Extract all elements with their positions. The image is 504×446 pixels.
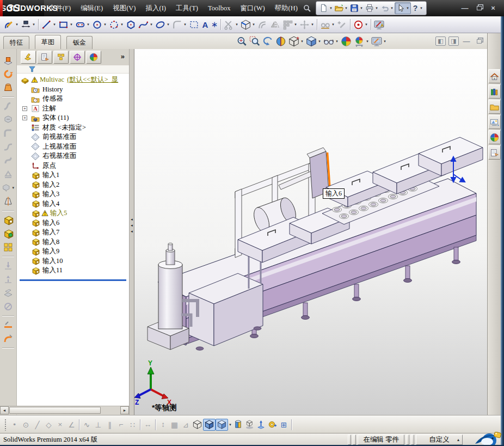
imported-surface-button[interactable] xyxy=(1,227,15,240)
expand-toggle[interactable]: + xyxy=(22,106,27,111)
chamfer-button[interactable]: ▾ xyxy=(1,181,15,194)
concentric-filter-button[interactable]: ⊙ xyxy=(20,419,32,431)
swept-boss-button[interactable] xyxy=(1,99,15,113)
dropdown-arrow-icon[interactable]: ▾ xyxy=(335,39,339,44)
dropdown-arrow-icon[interactable]: ▾ xyxy=(374,5,379,11)
dropdown-arrow-icon[interactable]: ▾ xyxy=(166,22,170,27)
zoom-to-area-button[interactable] xyxy=(248,35,261,48)
configurationmanager-tab[interactable] xyxy=(53,51,69,64)
edit-appearance-button[interactable] xyxy=(340,35,353,48)
swept-cut-button[interactable] xyxy=(1,140,15,154)
menu-edit[interactable]: 编辑(E) xyxy=(76,0,108,16)
rectangle-tool-button[interactable]: ▾ xyxy=(57,17,74,32)
sketch-button[interactable]: ▾ xyxy=(3,17,20,32)
save-button[interactable]: ▾ xyxy=(349,2,364,14)
graphics-viewport[interactable]: Y X Z 输入6 *等轴测 xyxy=(134,49,487,416)
open-file-button[interactable]: ▾ xyxy=(334,2,349,14)
tree-item-import5[interactable]: 输入5 xyxy=(17,209,129,218)
linear-pattern-button[interactable] xyxy=(1,240,15,254)
menu-view[interactable]: 视图(V) xyxy=(108,0,140,16)
sketch-picture-button[interactable] xyxy=(373,17,385,32)
rip-button[interactable] xyxy=(1,286,15,300)
shadows-button[interactable] xyxy=(244,419,255,431)
unfold-bends-button[interactable] xyxy=(1,272,15,286)
propertymanager-tab[interactable] xyxy=(37,51,52,64)
document-minimize-button[interactable]: — xyxy=(462,36,471,46)
spline-tool-button[interactable]: ▾ xyxy=(137,17,154,32)
perspective-button[interactable] xyxy=(255,419,267,431)
tree-item-annotations[interactable]: +注解 xyxy=(17,104,129,114)
revolved-cut-button[interactable] xyxy=(1,126,15,140)
move-entities-button[interactable]: ▾ xyxy=(298,17,315,32)
tree-item-front-plane[interactable]: 前视基准面 xyxy=(17,132,129,142)
tangent-filter-button[interactable]: ∿ xyxy=(81,419,93,431)
slot-tool-button[interactable]: ▾ xyxy=(74,17,91,32)
text-tool-button[interactable]: A xyxy=(200,17,210,32)
sketch-fillet-button[interactable]: ▾ xyxy=(171,17,188,32)
tree-item-import1[interactable]: 输入1 xyxy=(17,170,129,180)
dimxpertmanager-tab[interactable] xyxy=(70,51,85,64)
tree-item-sensors[interactable]: 传感器 xyxy=(17,94,129,104)
shaded-with-edges-button[interactable] xyxy=(203,419,216,431)
machine-model-3d[interactable]: Y X Z xyxy=(134,49,487,416)
scroll-left-button[interactable]: ◄ xyxy=(0,406,9,414)
vertex-filter-button[interactable]: ∷ xyxy=(127,419,138,431)
display-relations-button[interactable]: ▾ xyxy=(319,17,336,32)
dropdown-arrow-icon[interactable]: ▾ xyxy=(359,5,364,11)
add-relation-button[interactable] xyxy=(336,17,348,32)
vertical-dimension-button[interactable]: ↕ xyxy=(157,419,169,431)
pane-overflow-button[interactable]: » xyxy=(121,52,125,60)
extruded-boss-button[interactable] xyxy=(1,53,15,67)
print-button[interactable]: ▾ xyxy=(364,2,379,14)
dropdown-arrow-icon[interactable]: ▾ xyxy=(300,39,304,44)
horizontal-dimension-button[interactable]: ↔ xyxy=(142,419,153,431)
display-style-button[interactable]: ▾ xyxy=(305,35,322,48)
tab-sheet-metal[interactable]: 钣金 xyxy=(66,36,93,49)
dropdown-arrow-icon[interactable]: ▾ xyxy=(364,22,368,27)
tree-root-item[interactable]: Multivac (默认<<默认>_显 xyxy=(17,75,129,85)
evaluate-table-button[interactable]: ⊞ xyxy=(278,419,290,431)
tree-item-import4[interactable]: 输入4 xyxy=(17,199,129,209)
parallel-filter-button[interactable]: ∥ xyxy=(104,419,115,431)
wireframe-display-button[interactable] xyxy=(192,419,203,431)
dropdown-arrow-icon[interactable]: ▾ xyxy=(120,22,124,27)
section-view-button[interactable] xyxy=(274,35,287,48)
appearances-scenes-tab[interactable] xyxy=(488,130,501,144)
undo-button[interactable]: ▾ xyxy=(379,2,395,14)
tree-item-origin[interactable]: 原点 xyxy=(17,161,129,171)
fillet-button[interactable] xyxy=(1,167,15,181)
dropdown-arrow-icon[interactable]: ▾ xyxy=(69,22,73,27)
realview-button[interactable] xyxy=(232,419,244,431)
view-orientation-button[interactable]: ▾ xyxy=(287,35,305,48)
tree-item-history[interactable]: History xyxy=(17,85,129,95)
convert-entities-button[interactable]: ▾ xyxy=(239,17,256,32)
displaymanager-tab[interactable] xyxy=(86,51,101,64)
dropdown-arrow-icon[interactable]: ▾ xyxy=(329,5,333,11)
select-tool-button[interactable]: ▾ xyxy=(395,2,411,14)
tree-item-import6[interactable]: 输入6 xyxy=(17,218,129,228)
tree-item-import8[interactable]: 输入8 xyxy=(17,237,129,247)
dropdown-arrow-icon[interactable]: ▾ xyxy=(228,422,232,427)
scroll-right-button[interactable]: ► xyxy=(120,406,129,414)
zoom-to-fit-button[interactable] xyxy=(235,35,248,48)
help-button[interactable]: ?▾ xyxy=(411,2,424,14)
customize-button[interactable]: 自定义▴ xyxy=(416,435,463,445)
polygon-tool-button[interactable] xyxy=(125,17,137,32)
tree-item-import11[interactable]: 输入11 xyxy=(17,266,129,276)
line-tool-button[interactable]: ▾ xyxy=(40,17,57,32)
midpoint-filter-button[interactable]: ◇ xyxy=(43,419,54,431)
hide-show-items-button[interactable]: ▾ xyxy=(322,35,340,48)
view-palette-tab[interactable] xyxy=(488,115,501,129)
trim-entities-button[interactable]: ▾ xyxy=(223,17,239,32)
dropdown-arrow-icon[interactable]: ▾ xyxy=(383,39,387,44)
extruded-cut-button[interactable] xyxy=(1,113,15,126)
lofted-cut-button[interactable] xyxy=(1,154,15,167)
tree-item-import7[interactable]: 输入7 xyxy=(17,228,129,237)
dropdown-arrow-icon[interactable]: ▾ xyxy=(293,22,298,27)
tree-item-import2[interactable]: 输入2 xyxy=(17,180,129,190)
dropdown-arrow-icon[interactable]: ▾ xyxy=(52,22,57,27)
toolbar-drag-handle[interactable] xyxy=(4,419,7,431)
featuremanager-tree-tab[interactable] xyxy=(21,51,36,64)
previous-pane-button[interactable]: ◧ xyxy=(435,36,446,46)
mirror-entities-button[interactable] xyxy=(269,17,281,32)
